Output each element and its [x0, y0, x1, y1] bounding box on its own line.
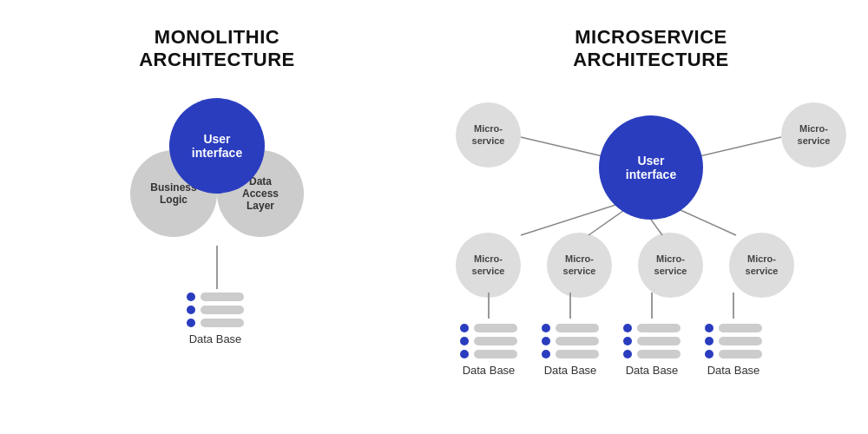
mono-bar-3: [201, 319, 244, 327]
micro-db-label-2: Data Base: [544, 364, 597, 377]
micro-dot-2c: [542, 350, 550, 358]
mono-db-dots: [187, 293, 195, 327]
mono-ui-circle: Userinterface: [169, 98, 265, 194]
mono-bar-2: [201, 306, 244, 314]
micro-bar-4c: [719, 350, 762, 358]
mono-connector-line: [216, 246, 218, 289]
micro-bar-2c: [556, 350, 599, 358]
micro-dot-3c: [623, 350, 632, 358]
micro-ui-label: Userinterface: [626, 154, 676, 181]
microservice-diagram: Userinterface Micro-service Micro-servic…: [443, 89, 859, 350]
mono-db-bars: [201, 293, 244, 327]
mono-ui-label: Userinterface: [192, 132, 242, 160]
micro-dot-1c: [460, 350, 469, 358]
svg-line-5: [673, 207, 736, 235]
micro-dot-4c: [705, 350, 713, 358]
mono-dot-2: [187, 306, 195, 314]
monolithic-diagram: Userinterface BusinessLogic DataAccessLa…: [104, 98, 330, 272]
mono-bar-1: [201, 293, 244, 301]
mono-db-icon: [187, 293, 244, 327]
microservice-title: MICROSERVICEARCHITECTURE: [573, 26, 729, 72]
mono-dot-3: [187, 319, 195, 327]
micro-ui-circle: Userinterface: [599, 115, 703, 220]
micro-db-label-4: Data Base: [707, 364, 760, 377]
mono-dot-1: [187, 293, 195, 301]
monolithic-section: MONOLITHICARCHITECTURE Userinterface Bus…: [0, 0, 434, 434]
microservice-section: MICROSERVICEARCHITECTURE Userinterface M…: [434, 0, 868, 434]
mono-db-label: Data Base: [189, 332, 242, 345]
monolithic-title: MONOLITHICARCHITECTURE: [139, 26, 295, 72]
mono-db-area: Data Base: [187, 289, 244, 345]
svg-line-4: [651, 220, 662, 235]
micro-bar-1c: [474, 350, 517, 358]
micro-db-label-3: Data Base: [626, 364, 679, 377]
micro-db-label-1: Data Base: [463, 364, 516, 377]
micro-bar-3c: [637, 350, 681, 358]
